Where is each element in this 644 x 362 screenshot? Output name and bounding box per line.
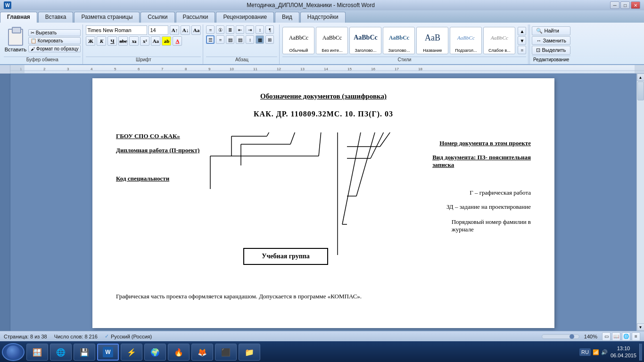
taskbar-chrome[interactable]: 🌐 (50, 344, 72, 361)
show-desktop-button[interactable] (639, 344, 642, 361)
paragraph-group: ≡ ① ≣ ⇤ ⇥ ↕ ¶ ☰ ≡ ▤ ▤ ↕ ▦ (204, 25, 280, 64)
outline-view-button[interactable]: ≡ (632, 332, 640, 341)
borders-button[interactable]: ⊞ (265, 35, 274, 44)
maximize-button[interactable]: □ (620, 1, 630, 9)
page-info: Страница: 8 из 38 (4, 334, 47, 339)
format-copy-button[interactable]: 🖌 Формат по образцу (28, 45, 81, 52)
italic-button[interactable]: К (97, 36, 106, 46)
zoom-slider[interactable] (542, 334, 579, 339)
label-diploma: Дипломная работа (П-проект) (116, 147, 199, 154)
multilevel-button[interactable]: ≣ (226, 25, 234, 34)
cut-button[interactable]: ✂ Вырезать (28, 29, 81, 36)
decrease-indent-button[interactable]: ⇤ (236, 25, 244, 34)
scroll-area[interactable]: Обозначение документов (зашифровка) КАК.… (10, 74, 636, 331)
tab-view[interactable]: Вид (275, 12, 299, 23)
taskbar-firefox[interactable]: 🦊 (191, 344, 213, 361)
normal-view-button[interactable]: ▭ (602, 332, 611, 341)
taskbar-app1[interactable]: 🔥 (168, 344, 190, 361)
style-title[interactable]: AaB Название (416, 27, 448, 54)
change-case-button[interactable]: Аа (151, 36, 160, 46)
bold-button[interactable]: Ж (86, 36, 95, 46)
scroll-thumb[interactable] (637, 82, 644, 100)
taskbar-word[interactable]: W (97, 344, 119, 361)
align-right-button[interactable]: ▤ (226, 35, 234, 44)
styles-label: Стили (282, 57, 526, 63)
box-group: Учебная группа (243, 248, 328, 265)
tab-review[interactable]: Рецензирование (216, 12, 274, 23)
lang-indicator[interactable]: RU (579, 348, 591, 356)
replace-button[interactable]: ↔ Заменить (532, 36, 570, 45)
reading-view-button[interactable]: 📖 (612, 332, 620, 341)
svg-text:14: 14 (324, 67, 328, 71)
highlight-button[interactable]: ab (162, 36, 171, 46)
find-button[interactable]: 🔍 Найти (532, 26, 570, 35)
align-left-button[interactable]: ☰ (206, 35, 215, 44)
svg-text:3: 3 (67, 67, 69, 71)
bottom-text: Графическая часть проекта оформляется ка… (116, 293, 446, 300)
style-subtitle[interactable]: AaBbCс Подзагол... (450, 27, 482, 54)
tab-addins[interactable]: Надстройки (300, 12, 346, 23)
style-subtle[interactable]: AaBbCс Слабое в... (483, 27, 515, 54)
taskbar-save[interactable]: 💾 (74, 344, 95, 361)
tab-mailings[interactable]: Рассылки (176, 12, 215, 23)
font-name-input[interactable] (86, 25, 147, 35)
styles-scroll-up[interactable]: ▲ (518, 27, 526, 35)
word-count: Число слов: 8 216 (54, 334, 98, 339)
taskbar-explorer[interactable]: 🪟 (26, 344, 48, 361)
taskbar-folder[interactable]: 📁 (239, 344, 260, 361)
ruler-corner (0, 65, 10, 74)
styles-scroll-down[interactable]: ▼ (518, 36, 526, 45)
close-button[interactable]: ✕ (631, 1, 640, 9)
shading-button[interactable]: ▦ (256, 35, 264, 44)
subscript-button[interactable]: x₂ (129, 36, 139, 46)
taskbar-app2[interactable]: ⬛ (215, 344, 237, 361)
clear-format-button[interactable]: Aa (191, 25, 201, 35)
web-view-button[interactable]: 🌐 (622, 332, 630, 341)
font-color-button[interactable]: А (173, 36, 182, 46)
chrome-icon: 🌐 (55, 346, 66, 358)
increase-font-button[interactable]: A↑ (170, 25, 179, 35)
tab-insert[interactable]: Вставка (38, 12, 74, 23)
explorer-icon: 🪟 (32, 346, 43, 358)
select-button[interactable]: ⊡ Выделить (532, 46, 570, 55)
svg-text:11: 11 (253, 67, 257, 71)
justify-button[interactable]: ▤ (236, 35, 244, 44)
tab-home[interactable]: Главная (0, 12, 37, 23)
label-number: Номер документа в этом проекте (439, 140, 531, 147)
style-no-spacing[interactable]: AaBbCс Без инте... (316, 27, 348, 54)
taskbar: 🪟 🌐 💾 W ⚡ 🌍 🔥 🦊 ⬛ 📁 RU 📶 🔊 13:10 06.04.2… (0, 341, 644, 362)
sort-button[interactable]: ↕ (256, 25, 264, 34)
bullets-button[interactable]: ≡ (206, 25, 215, 34)
style-heading2[interactable]: AaBbCс Заголово... (383, 27, 415, 54)
paste-button[interactable]: Вставить (4, 26, 27, 55)
show-marks-button[interactable]: ¶ (265, 25, 274, 34)
style-normal[interactable]: AaBbCс Обычный (282, 27, 314, 54)
superscript-button[interactable]: x² (140, 36, 149, 46)
increase-indent-button[interactable]: ⇥ (246, 25, 254, 34)
vertical-scrollbar[interactable]: ▲ ▼ (636, 74, 644, 331)
copy-button[interactable]: 📋 Копировать (28, 37, 81, 44)
svg-text:5: 5 (114, 67, 116, 71)
style-heading1[interactable]: AaBbCс Заголово... (349, 27, 381, 54)
tab-references[interactable]: Ссылки (140, 12, 174, 23)
minimize-button[interactable]: ─ (610, 1, 619, 9)
start-button[interactable] (2, 343, 25, 361)
align-center-button[interactable]: ≡ (216, 35, 224, 44)
underline-button[interactable]: Ч (107, 36, 117, 46)
numbering-button[interactable]: ① (216, 25, 224, 34)
taskbar-flash[interactable]: ⚡ (121, 344, 142, 361)
paragraph-label: Абзац (206, 57, 277, 63)
decrease-font-button[interactable]: A↓ (181, 25, 190, 35)
scroll-down-button[interactable]: ▼ (637, 323, 644, 331)
strikethrough-button[interactable]: abc (118, 36, 128, 46)
start-orb (7, 346, 20, 359)
tab-page-layout[interactable]: Разметка страницы (74, 12, 140, 23)
taskbar-browser1[interactable]: 🌍 (144, 344, 166, 361)
save-icon: 💾 (79, 346, 90, 358)
change-styles-button[interactable]: ≡ (518, 46, 526, 54)
volume-icon[interactable]: 🔊 (601, 349, 608, 355)
line-spacing-button[interactable]: ↕ (246, 35, 254, 44)
page-title: Обозначение документов (зашифровка) (116, 92, 531, 100)
scroll-up-button[interactable]: ▲ (637, 74, 644, 81)
font-size-input[interactable] (149, 25, 168, 35)
